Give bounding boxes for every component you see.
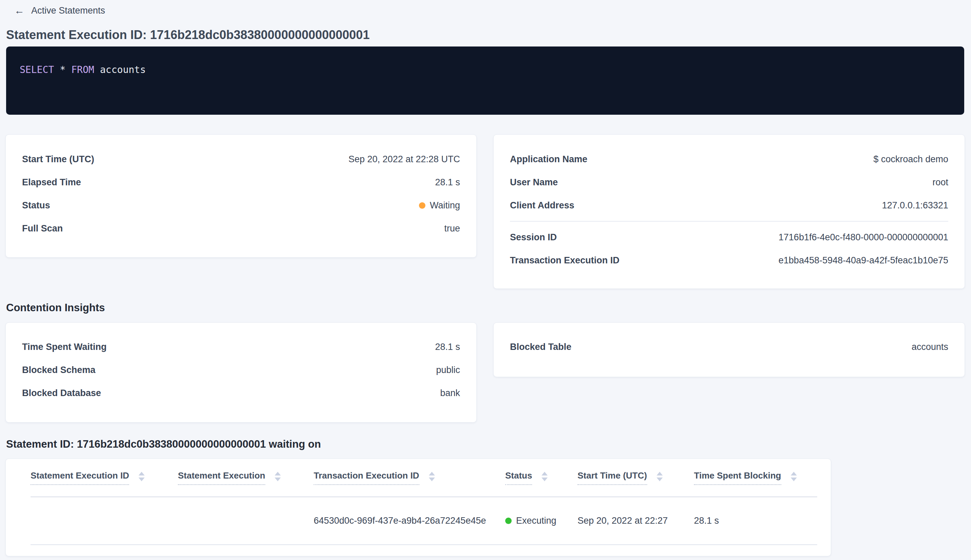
info-row-elapsed-time: Elapsed Time 28.1 s bbox=[22, 171, 460, 194]
elapsed-time-value: 28.1 s bbox=[435, 177, 460, 188]
status-waiting-dot-icon bbox=[419, 202, 425, 209]
cell-start-time: Sep 20, 2022 at 22:27 bbox=[577, 515, 694, 526]
column-header-status[interactable]: Status bbox=[505, 470, 577, 485]
info-row-session-id: Session ID 1716b1f6-4e0c-f480-0000-00000… bbox=[510, 226, 948, 249]
sql-star: * bbox=[60, 64, 65, 76]
full-scan-label: Full Scan bbox=[22, 223, 63, 234]
sort-icon[interactable] bbox=[657, 472, 663, 481]
statement-overview-card: Start Time (UTC) Sep 20, 2022 at 22:28 U… bbox=[5, 134, 477, 258]
cell-time-spent-blocking: 28.1 s bbox=[694, 515, 817, 526]
info-row-blocked-schema: Blocked Schema public bbox=[22, 359, 460, 382]
sort-icon[interactable] bbox=[138, 472, 145, 481]
user-name-value: root bbox=[932, 177, 948, 188]
info-row-blocked-table: Blocked Table accounts bbox=[510, 336, 948, 359]
blocked-table-card: Blocked Table accounts bbox=[493, 322, 965, 377]
info-row-time-spent-waiting: Time Spent Waiting 28.1 s bbox=[22, 336, 460, 359]
sort-icon[interactable] bbox=[542, 472, 548, 481]
user-name-label: User Name bbox=[510, 177, 558, 188]
column-header-start-time[interactable]: Start Time (UTC) bbox=[577, 470, 694, 485]
time-spent-waiting-value: 28.1 s bbox=[435, 342, 460, 352]
full-scan-value: true bbox=[444, 223, 460, 234]
status-label: Status bbox=[22, 200, 50, 211]
session-details-card: Application Name $ cockroach demo User N… bbox=[493, 134, 965, 289]
sort-icon[interactable] bbox=[791, 472, 797, 481]
sql-table-name: accounts bbox=[100, 64, 146, 76]
contention-waiting-card: Time Spent Waiting 28.1 s Blocked Schema… bbox=[5, 322, 477, 423]
application-name-label: Application Name bbox=[510, 154, 587, 165]
elapsed-time-label: Elapsed Time bbox=[22, 177, 81, 188]
sql-keyword-select: SELECT bbox=[20, 64, 54, 76]
blocked-table-label: Blocked Table bbox=[510, 342, 571, 352]
blocked-schema-label: Blocked Schema bbox=[22, 365, 95, 375]
info-row-full-scan: Full Scan true bbox=[22, 217, 460, 240]
blocked-schema-value: public bbox=[436, 365, 460, 375]
sql-keyword-from: FROM bbox=[71, 64, 94, 76]
table-header-row: Statement Execution ID Statement Executi… bbox=[30, 459, 817, 497]
sql-statement-box: SELECT * FROM accounts bbox=[6, 47, 964, 115]
sort-icon[interactable] bbox=[275, 472, 281, 481]
column-header-transaction-execution-id[interactable]: Transaction Execution ID bbox=[314, 470, 505, 485]
blocked-table-value: accounts bbox=[912, 342, 948, 352]
column-header-time-spent-blocking[interactable]: Time Spent Blocking bbox=[694, 470, 817, 485]
info-row-client-address: Client Address 127.0.0.1:63321 bbox=[510, 194, 948, 217]
transaction-execution-id-link[interactable]: e1bba458-5948-40a9-a42f-5feac1b10e75 bbox=[779, 255, 948, 266]
column-header-statement-execution-id[interactable]: Statement Execution ID bbox=[30, 470, 178, 485]
page-title: Statement Execution ID: 1716b218dc0b3838… bbox=[6, 28, 964, 42]
status-badge: Waiting bbox=[419, 200, 460, 211]
info-row-application-name: Application Name $ cockroach demo bbox=[510, 148, 948, 171]
sql-statement: SELECT * FROM accounts bbox=[20, 64, 951, 76]
session-id-link[interactable]: 1716b1f6-4e0c-f480-0000-000000000001 bbox=[779, 232, 948, 243]
column-header-statement-execution[interactable]: Statement Execution bbox=[178, 470, 314, 485]
client-address-label: Client Address bbox=[510, 200, 574, 211]
blocked-database-value: bank bbox=[440, 388, 460, 398]
info-row-start-time: Start Time (UTC) Sep 20, 2022 at 22:28 U… bbox=[22, 148, 460, 171]
card-divider bbox=[510, 221, 948, 222]
application-name-value: $ cockroach demo bbox=[873, 154, 948, 165]
info-row-blocked-database: Blocked Database bank bbox=[22, 382, 460, 405]
status-executing-dot-icon bbox=[505, 518, 512, 524]
waiting-on-heading: Statement ID: 1716b218dc0b38380000000000… bbox=[6, 438, 971, 450]
start-time-label: Start Time (UTC) bbox=[22, 154, 94, 165]
status-value: Waiting bbox=[430, 200, 460, 211]
start-time-value: Sep 20, 2022 at 22:28 UTC bbox=[348, 154, 460, 165]
info-row-user-name: User Name root bbox=[510, 171, 948, 194]
back-link-label: Active Statements bbox=[31, 5, 105, 16]
transaction-execution-id-label: Transaction Execution ID bbox=[510, 255, 620, 266]
back-link-active-statements[interactable]: ← Active Statements bbox=[14, 5, 105, 16]
blocked-database-label: Blocked Database bbox=[22, 388, 101, 398]
client-address-value: 127.0.0.1:63321 bbox=[882, 200, 948, 211]
cell-status-value: Executing bbox=[516, 515, 556, 526]
info-row-status: Status Waiting bbox=[22, 194, 460, 217]
table-row: 64530d0c-969f-437e-a9b4-26a72245e45e Exe… bbox=[30, 497, 817, 545]
time-spent-waiting-label: Time Spent Waiting bbox=[22, 342, 107, 352]
session-id-label: Session ID bbox=[510, 232, 557, 243]
waiting-on-table: Statement Execution ID Statement Executi… bbox=[5, 458, 831, 556]
cell-transaction-execution-id: 64530d0c-969f-437e-a9b4-26a72245e45e bbox=[314, 515, 505, 526]
contention-insights-heading: Contention Insights bbox=[6, 302, 971, 313]
cell-status: Executing bbox=[505, 515, 577, 526]
info-row-transaction-execution-id: Transaction Execution ID e1bba458-5948-4… bbox=[510, 249, 948, 272]
back-arrow-icon: ← bbox=[14, 5, 25, 16]
sort-icon[interactable] bbox=[429, 472, 435, 481]
